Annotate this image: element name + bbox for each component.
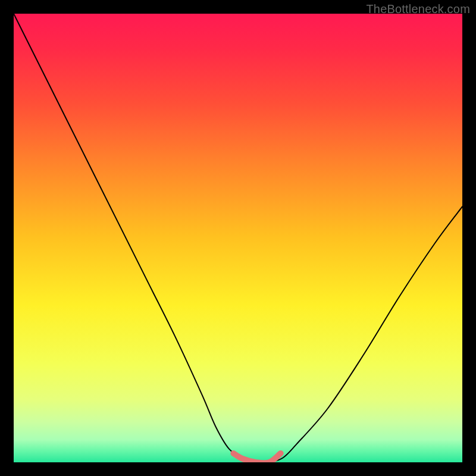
gradient-background [14, 14, 462, 462]
plot-area [14, 14, 462, 462]
watermark-text: TheBottleneck.com [366, 2, 470, 16]
chart-frame: TheBottleneck.com [0, 0, 476, 476]
bottleneck-chart [14, 14, 462, 462]
